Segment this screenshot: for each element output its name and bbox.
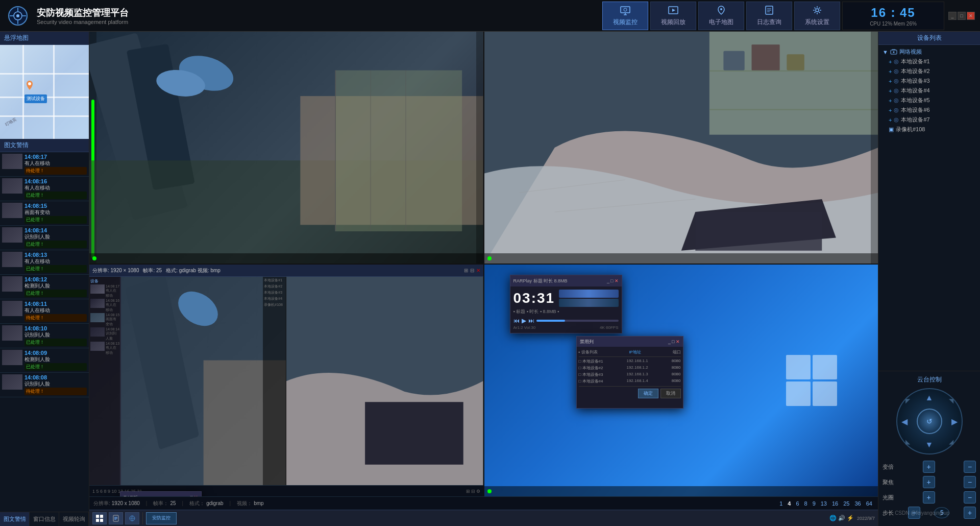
alert-msg: 有人在移动 <box>24 258 87 265</box>
sub-win-ctrl[interactable]: ⊞ <box>464 268 468 273</box>
layout-64[interactable]: 64 <box>865 500 874 507</box>
nav-video-monitor[interactable]: 视频监控 <box>602 2 648 30</box>
fp-play[interactable]: ▶ <box>522 317 526 324</box>
ptz-zoom-label: 变倍 <box>883 463 894 471</box>
ptz-step-up[interactable]: + <box>964 507 976 519</box>
minimize-button[interactable]: _ <box>948 12 957 20</box>
media-min[interactable]: _ <box>187 495 189 496</box>
md-min[interactable]: _ <box>668 339 671 344</box>
ptz-step-label: 步长 <box>883 509 894 517</box>
sub-window-fps: 帧率: 25 <box>143 267 162 274</box>
sub-icon3[interactable]: ⚙ <box>476 489 480 494</box>
layout-8[interactable]: 8 <box>803 500 809 507</box>
ptz-down-btn[interactable]: ▼ <box>925 440 934 449</box>
main-dialog-content: ▪ 设备列表 IP地址 端口 □ 本地设备#1 192.168.1.1 8080… <box>577 347 683 408</box>
device-item-6[interactable]: + ◎ 本地设备#6 <box>880 105 978 115</box>
fp-progress[interactable] <box>536 320 619 322</box>
md-ok[interactable]: 确定 <box>638 389 658 398</box>
ptz-ul-btn[interactable]: ◤ <box>905 397 910 404</box>
alert-msg: 画面有变动 <box>24 209 87 216</box>
sub-thumb <box>90 299 105 308</box>
tab-alerts[interactable]: 图文警情 <box>0 512 30 526</box>
device-item-1[interactable]: + ◎ 本地设备#1 <box>880 57 978 66</box>
device-panel: 设备列表 ▼ 网络视频 + ◎ 本地设备 <box>878 32 980 371</box>
fp-time-label: Ar1:2 Vol:30 <box>513 325 536 330</box>
taskbar-start[interactable] <box>92 512 107 524</box>
ptz-focus-in[interactable]: + <box>923 476 935 488</box>
map-content[interactable]: 测试设备 叮咯宾 <box>0 45 89 139</box>
md-r3c2: 192.168.1.2 <box>626 365 648 371</box>
md-close[interactable]: ✕ <box>676 339 680 344</box>
sub-win-ctrl3[interactable]: ✕ <box>476 268 480 273</box>
sub-list-item: 14:08:15画面有变动 <box>90 313 119 327</box>
alert-item: 14:08:10 识别到人脸 已处理！ <box>0 324 89 348</box>
device-item-2[interactable]: + ◎ 本地设备#2 <box>880 66 978 76</box>
ptz-iris-open[interactable]: + <box>923 491 935 504</box>
sub-window-format: 格式: gdigrab 视频: bmp <box>166 267 220 274</box>
ptz-zoom-out[interactable]: − <box>964 461 976 473</box>
sub-stat-row: 本地设备#3 <box>264 290 285 295</box>
sub-icon1[interactable]: ⊞ <box>466 489 470 494</box>
device-item-4[interactable]: + ◎ 本地设备#4 <box>880 86 978 95</box>
group-collapse-icon: ▼ <box>883 49 888 55</box>
sub-stat-row: 录像机#108 <box>264 302 285 307</box>
ptz-right-btn[interactable]: ▶ <box>951 417 958 426</box>
map-panel-title: 悬浮地图 <box>0 32 89 45</box>
ptz-dl-btn[interactable]: ◣ <box>905 438 910 445</box>
fp-min[interactable]: _ <box>607 278 609 283</box>
fp-max[interactable]: □ <box>610 278 613 283</box>
alert-thumb <box>2 203 22 218</box>
layout-36[interactable]: 36 <box>853 500 863 507</box>
nav-emap[interactable]: 电子地图 <box>698 2 744 30</box>
ptz-center-btn[interactable]: ↺ <box>917 409 942 434</box>
md-max[interactable]: □ <box>672 339 674 344</box>
ptz-zoom-in[interactable]: + <box>923 461 935 473</box>
taskbar-browser[interactable] <box>125 512 139 524</box>
layout-1[interactable]: 1 <box>778 500 784 507</box>
ptz-up-btn[interactable]: ▲ <box>925 393 934 402</box>
media-close[interactable]: ✕ <box>194 495 198 496</box>
device-cam-icon: ◎ <box>894 68 899 75</box>
fp-next[interactable]: ⏭ <box>528 317 534 324</box>
device-group-header[interactable]: ▼ 网络视频 <box>880 47 978 57</box>
md-cancel[interactable]: 取消 <box>660 389 681 398</box>
ptz-ur-btn[interactable]: ◥ <box>949 397 953 404</box>
layout-13[interactable]: 13 <box>819 500 828 507</box>
ptz-dr-btn[interactable]: ◢ <box>949 438 953 445</box>
layout-6[interactable]: 6 <box>794 500 800 507</box>
tab-window-info[interactable]: 窗口信息 <box>30 512 59 526</box>
device-name-1: 本地设备#1 <box>901 58 929 65</box>
layout-25[interactable]: 25 <box>842 500 851 507</box>
nav-logs[interactable]: 日志查询 <box>746 2 792 30</box>
maximize-button[interactable]: □ <box>958 12 966 20</box>
sub-icon2[interactable]: ⊟ <box>471 489 475 494</box>
ptz-left-btn[interactable]: ◀ <box>901 417 908 426</box>
alert-status: 已处理！ <box>24 192 87 199</box>
svg-rect-34 <box>787 54 804 70</box>
nav-playback[interactable]: 视频回放 <box>650 2 696 30</box>
ptz-zoom-row: 变倍 + − <box>883 461 976 473</box>
close-button[interactable]: ✕ <box>967 12 975 20</box>
media-max[interactable]: □ <box>190 495 193 496</box>
ptz-focus-out[interactable]: − <box>964 476 976 488</box>
device-item-5[interactable]: + ◎ 本地设备#5 <box>880 95 978 105</box>
layout-16[interactable]: 16 <box>830 500 840 507</box>
taskbar-file[interactable] <box>109 512 123 524</box>
ptz-iris-close[interactable]: − <box>964 491 976 504</box>
tab-video-poll[interactable]: 视频轮询 <box>59 512 89 526</box>
video-cell-top-right[interactable] <box>484 32 878 264</box>
video-cell-bottom-right[interactable]: RARPlay 标题 时长 8.8MB _ □ ✕ 03:31 <box>484 265 878 496</box>
video-cell-bottom-left[interactable]: 分辨率: 1920 × 1080 帧率: 25 格式: gdigrab 视频: … <box>89 265 483 496</box>
sub-win-ctrl2[interactable]: ⊟ <box>470 268 474 273</box>
device-item-7[interactable]: + ◎ 本地设备#7 <box>880 115 978 125</box>
layout-9[interactable]: 9 <box>811 500 817 507</box>
video-overlay-bar-br <box>484 486 878 496</box>
nav-settings[interactable]: 系统设置 <box>794 2 840 30</box>
device-recorder[interactable]: ▣ 录像机#108 <box>880 125 978 134</box>
taskbar-app-1[interactable]: 安防监控 <box>146 512 177 524</box>
fp-close[interactable]: ✕ <box>615 278 619 283</box>
layout-4[interactable]: 4 <box>786 500 792 507</box>
device-item-3[interactable]: + ◎ 本地设备#3 <box>880 76 978 86</box>
fp-prev[interactable]: ⏮ <box>513 317 520 324</box>
video-cell-top-left[interactable] <box>89 32 483 264</box>
